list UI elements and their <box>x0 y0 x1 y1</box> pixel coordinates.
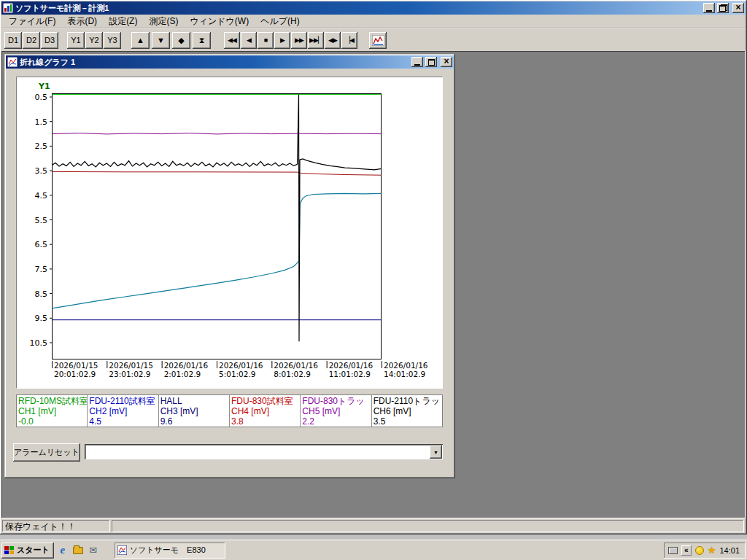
expand-range-button[interactable]: ◀▶ <box>325 32 341 49</box>
menu-window[interactable]: ウィンドウ(W) <box>184 14 255 29</box>
graph-window: 折れ線グラフ 1 × Y10.51.52.53.54.55.56.57.58.5… <box>4 54 455 478</box>
svg-text:2026/01/15: 2026/01/15 <box>109 361 153 370</box>
svg-text:8.5: 8.5 <box>35 289 48 299</box>
svg-text:8:01:02.9: 8:01:02.9 <box>274 370 311 378</box>
combo-dropdown-icon[interactable]: ▼ <box>430 446 442 459</box>
alarm-combo[interactable]: ▼ <box>85 444 444 460</box>
restore-button[interactable] <box>717 3 729 13</box>
channel-id: CH1 [mV] <box>18 406 85 416</box>
svg-text:14:01:02.9: 14:01:02.9 <box>384 370 425 378</box>
svg-text:7.5: 7.5 <box>35 265 48 274</box>
close-icon: × <box>735 4 740 12</box>
graph-window-title: 折れ線グラフ 1 <box>20 57 409 68</box>
menu-help[interactable]: ヘルプ(H) <box>255 14 306 29</box>
scroll-up-button[interactable]: ▲ <box>131 32 150 49</box>
toolbar: D1 D2 D3 Y1 Y2 Y3 ▲ ▼ ◆ ⧗ ◀◀ ◀ ■ ▶ ▶▶ ▶▶… <box>1 28 746 51</box>
graph-maximize-button[interactable] <box>425 57 437 67</box>
svg-text:11:01:02.9: 11:01:02.9 <box>329 370 371 378</box>
start-button[interactable]: スタート <box>1 542 54 559</box>
app-icon[interactable] <box>3 3 13 13</box>
display-d3-button[interactable]: D3 <box>41 32 58 49</box>
channel-value: 3.5 <box>374 416 441 427</box>
minimize-button[interactable] <box>703 3 715 13</box>
step-back-button[interactable]: ◀ <box>241 32 257 49</box>
mail-shortcut-icon[interactable]: ✉ <box>87 544 100 557</box>
legend-cell-ch2: FDU-2110試料室 CH2 [mV] 4.5 <box>88 395 158 427</box>
status-bar: 保存ウェイト！！ <box>1 518 746 533</box>
go-to-latest-button[interactable]: ▶▶▏ <box>308 32 324 49</box>
task-button-softthermo[interactable]: ソフトサーモ E830 <box>115 542 225 559</box>
scroll-down-button[interactable]: ▼ <box>152 32 170 49</box>
system-tray: « ★ 14:01 <box>664 542 746 559</box>
start-label: スタート <box>17 545 50 556</box>
legend-cell-ch6: FDU-2110トラッ CH6 [mV] 3.5 <box>372 395 442 427</box>
title-bar: ソフトサーモ計測－計測1 × <box>1 1 746 15</box>
axis-y3-button[interactable]: Y3 <box>104 32 121 49</box>
stop-button[interactable]: ■ <box>258 32 274 49</box>
svg-text:2026/01/16: 2026/01/16 <box>274 361 318 370</box>
minimize-icon <box>414 63 420 66</box>
legend-cell-ch4: FDU-830試料室 CH4 [mV] 3.8 <box>230 395 301 427</box>
svg-text:5:01:02.9: 5:01:02.9 <box>219 370 256 378</box>
alarm-combo-value[interactable] <box>85 444 428 460</box>
channel-id: CH4 [mV] <box>231 406 298 416</box>
svg-text:20:01:02.9: 20:01:02.9 <box>54 370 96 378</box>
svg-text:3.5: 3.5 <box>35 166 48 176</box>
graph-minimize-button[interactable] <box>411 57 423 67</box>
fast-rewind-button[interactable]: ◀◀ <box>224 32 240 49</box>
status-extra-panel <box>112 520 744 532</box>
svg-text:2026/01/16: 2026/01/16 <box>164 361 209 370</box>
graph-window-icon[interactable] <box>7 57 18 67</box>
graph-display-button[interactable] <box>369 32 387 49</box>
go-to-start-button[interactable]: ▕◀ <box>341 32 357 49</box>
channel-name: FDU-2110トラッ <box>374 396 441 406</box>
svg-text:2.5: 2.5 <box>35 141 48 151</box>
channel-name: HALL <box>160 396 228 406</box>
task-app-icon <box>117 545 127 555</box>
svg-text:5.5: 5.5 <box>35 216 48 225</box>
fast-forward-button[interactable]: ▶▶ <box>291 32 307 49</box>
channel-value: 9.6 <box>160 416 228 427</box>
channel-value: 2.2 <box>302 416 369 427</box>
channel-value: -0.0 <box>18 416 85 427</box>
ie-e-glyph: e <box>60 544 65 556</box>
input-method-icon[interactable] <box>668 547 678 554</box>
svg-text:9.5: 9.5 <box>35 314 48 323</box>
internet-explorer-icon[interactable]: e <box>56 544 69 557</box>
axis-y2-button[interactable]: Y2 <box>85 32 103 49</box>
alert-tray-icon[interactable] <box>695 546 704 555</box>
taskbar-clock: 14:01 <box>719 546 740 555</box>
alarm-reset-button[interactable]: アラームリセット <box>13 443 80 462</box>
task-button-label: ソフトサーモ E830 <box>130 545 206 556</box>
minimize-icon <box>706 9 712 12</box>
display-d2-button[interactable]: D2 <box>23 32 40 49</box>
channel-id: CH3 [mV] <box>160 406 228 416</box>
menu-bar: ファイル(F) 表示(D) 設定(Z) 測定(S) ウィンドウ(W) ヘルプ(H… <box>1 15 746 28</box>
zoom-vertical-button[interactable]: ◆ <box>172 32 190 49</box>
graph-window-title-bar: 折れ線グラフ 1 × <box>6 55 454 69</box>
menu-settings[interactable]: 設定(Z) <box>103 14 143 29</box>
star-tray-icon[interactable]: ★ <box>708 545 716 555</box>
menu-view[interactable]: 表示(D) <box>61 14 103 29</box>
step-forward-button[interactable]: ▶ <box>274 32 290 49</box>
svg-text:6.5: 6.5 <box>35 240 48 249</box>
graph-window-content: Y10.51.52.53.54.55.56.57.58.59.510.52026… <box>6 69 454 477</box>
time-compress-button[interactable]: ⧗ <box>193 32 211 49</box>
legend-cell-ch1: RFD-10MS試料室 CH1 [mV] -0.0 <box>17 395 88 427</box>
svg-text:2026/01/16: 2026/01/16 <box>329 361 374 370</box>
close-button[interactable]: × <box>732 3 744 13</box>
svg-text:1.5: 1.5 <box>35 117 48 127</box>
application-window: ソフトサーモ計測－計測1 × ファイル(F) 表示(D) 設定(Z) 測定(S)… <box>0 0 747 534</box>
channel-id: CH2 [mV] <box>89 406 156 416</box>
menu-file[interactable]: ファイル(F) <box>3 14 61 29</box>
display-d1-button[interactable]: D1 <box>4 32 22 49</box>
menu-measure[interactable]: 測定(S) <box>143 14 184 29</box>
folder-shortcut-icon[interactable] <box>71 544 85 557</box>
axis-y1-button[interactable]: Y1 <box>67 32 85 49</box>
collapse-tray-button[interactable]: « <box>681 545 692 556</box>
graph-icon <box>372 35 384 46</box>
graph-close-button[interactable]: × <box>441 57 452 67</box>
svg-text:2026/01/16: 2026/01/16 <box>219 361 263 370</box>
svg-text:4.5: 4.5 <box>35 191 48 201</box>
channel-value: 3.8 <box>231 416 298 427</box>
